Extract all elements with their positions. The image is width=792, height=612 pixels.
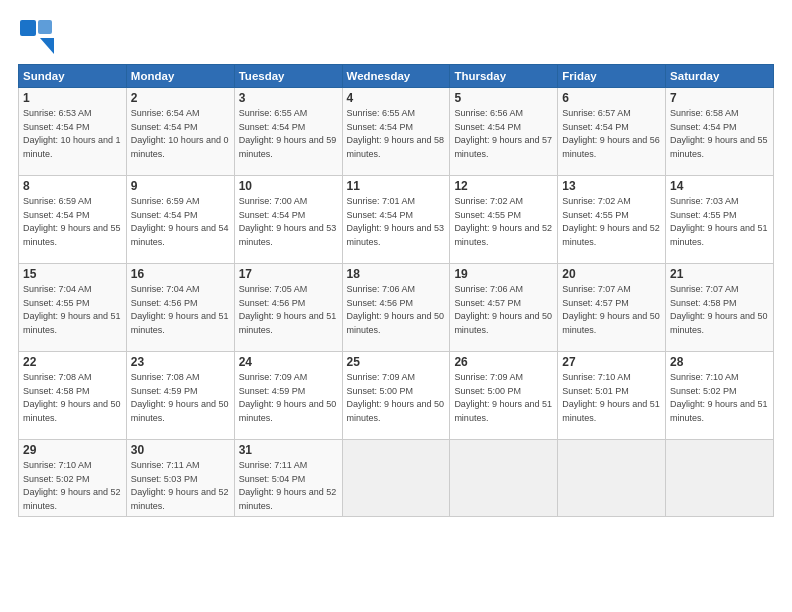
calendar-cell: 19Sunrise: 7:06 AMSunset: 4:57 PMDayligh… (450, 264, 558, 352)
calendar-cell (558, 440, 666, 517)
day-number: 22 (23, 355, 122, 369)
calendar-cell (666, 440, 774, 517)
calendar-cell: 15Sunrise: 7:04 AMSunset: 4:55 PMDayligh… (19, 264, 127, 352)
calendar-cell: 11Sunrise: 7:01 AMSunset: 4:54 PMDayligh… (342, 176, 450, 264)
day-number: 18 (347, 267, 446, 281)
day-number: 6 (562, 91, 661, 105)
day-number: 23 (131, 355, 230, 369)
day-info: Sunrise: 6:53 AMSunset: 4:54 PMDaylight:… (23, 107, 122, 161)
weekday-header: Monday (126, 65, 234, 88)
calendar-cell: 5Sunrise: 6:56 AMSunset: 4:54 PMDaylight… (450, 88, 558, 176)
day-info: Sunrise: 7:06 AMSunset: 4:57 PMDaylight:… (454, 283, 553, 337)
day-number: 30 (131, 443, 230, 457)
calendar-cell: 25Sunrise: 7:09 AMSunset: 5:00 PMDayligh… (342, 352, 450, 440)
weekday-header: Tuesday (234, 65, 342, 88)
calendar-cell: 13Sunrise: 7:02 AMSunset: 4:55 PMDayligh… (558, 176, 666, 264)
day-info: Sunrise: 7:09 AMSunset: 5:00 PMDaylight:… (454, 371, 553, 425)
day-info: Sunrise: 6:56 AMSunset: 4:54 PMDaylight:… (454, 107, 553, 161)
svg-marker-2 (40, 38, 54, 54)
calendar-cell: 3Sunrise: 6:55 AMSunset: 4:54 PMDaylight… (234, 88, 342, 176)
day-info: Sunrise: 7:02 AMSunset: 4:55 PMDaylight:… (562, 195, 661, 249)
day-number: 17 (239, 267, 338, 281)
logo (18, 18, 56, 54)
calendar-cell: 21Sunrise: 7:07 AMSunset: 4:58 PMDayligh… (666, 264, 774, 352)
day-number: 9 (131, 179, 230, 193)
day-info: Sunrise: 7:08 AMSunset: 4:58 PMDaylight:… (23, 371, 122, 425)
calendar-cell: 18Sunrise: 7:06 AMSunset: 4:56 PMDayligh… (342, 264, 450, 352)
day-number: 3 (239, 91, 338, 105)
calendar-week-row: 22Sunrise: 7:08 AMSunset: 4:58 PMDayligh… (19, 352, 774, 440)
calendar-cell (450, 440, 558, 517)
svg-rect-1 (38, 20, 52, 34)
calendar-cell: 7Sunrise: 6:58 AMSunset: 4:54 PMDaylight… (666, 88, 774, 176)
calendar-cell: 6Sunrise: 6:57 AMSunset: 4:54 PMDaylight… (558, 88, 666, 176)
day-info: Sunrise: 7:11 AMSunset: 5:03 PMDaylight:… (131, 459, 230, 513)
day-info: Sunrise: 6:55 AMSunset: 4:54 PMDaylight:… (347, 107, 446, 161)
calendar-cell: 9Sunrise: 6:59 AMSunset: 4:54 PMDaylight… (126, 176, 234, 264)
day-number: 31 (239, 443, 338, 457)
day-info: Sunrise: 6:59 AMSunset: 4:54 PMDaylight:… (23, 195, 122, 249)
day-info: Sunrise: 7:01 AMSunset: 4:54 PMDaylight:… (347, 195, 446, 249)
day-number: 16 (131, 267, 230, 281)
calendar-cell: 12Sunrise: 7:02 AMSunset: 4:55 PMDayligh… (450, 176, 558, 264)
header (18, 18, 774, 54)
day-info: Sunrise: 7:07 AMSunset: 4:58 PMDaylight:… (670, 283, 769, 337)
weekday-header: Wednesday (342, 65, 450, 88)
day-number: 13 (562, 179, 661, 193)
day-info: Sunrise: 7:06 AMSunset: 4:56 PMDaylight:… (347, 283, 446, 337)
calendar-cell: 28Sunrise: 7:10 AMSunset: 5:02 PMDayligh… (666, 352, 774, 440)
calendar-cell: 30Sunrise: 7:11 AMSunset: 5:03 PMDayligh… (126, 440, 234, 517)
calendar-cell: 1Sunrise: 6:53 AMSunset: 4:54 PMDaylight… (19, 88, 127, 176)
day-number: 15 (23, 267, 122, 281)
calendar-cell: 29Sunrise: 7:10 AMSunset: 5:02 PMDayligh… (19, 440, 127, 517)
day-number: 26 (454, 355, 553, 369)
weekday-header: Saturday (666, 65, 774, 88)
calendar-cell: 8Sunrise: 6:59 AMSunset: 4:54 PMDaylight… (19, 176, 127, 264)
day-number: 19 (454, 267, 553, 281)
calendar-cell: 20Sunrise: 7:07 AMSunset: 4:57 PMDayligh… (558, 264, 666, 352)
day-number: 12 (454, 179, 553, 193)
day-number: 4 (347, 91, 446, 105)
calendar-cell: 2Sunrise: 6:54 AMSunset: 4:54 PMDaylight… (126, 88, 234, 176)
day-info: Sunrise: 7:04 AMSunset: 4:56 PMDaylight:… (131, 283, 230, 337)
day-info: Sunrise: 6:55 AMSunset: 4:54 PMDaylight:… (239, 107, 338, 161)
day-info: Sunrise: 7:10 AMSunset: 5:01 PMDaylight:… (562, 371, 661, 425)
day-number: 29 (23, 443, 122, 457)
calendar-week-row: 8Sunrise: 6:59 AMSunset: 4:54 PMDaylight… (19, 176, 774, 264)
day-info: Sunrise: 6:54 AMSunset: 4:54 PMDaylight:… (131, 107, 230, 161)
weekday-header: Thursday (450, 65, 558, 88)
calendar-cell: 16Sunrise: 7:04 AMSunset: 4:56 PMDayligh… (126, 264, 234, 352)
day-info: Sunrise: 7:03 AMSunset: 4:55 PMDaylight:… (670, 195, 769, 249)
page: SundayMondayTuesdayWednesdayThursdayFrid… (0, 0, 792, 612)
svg-rect-0 (20, 20, 36, 36)
calendar-cell: 27Sunrise: 7:10 AMSunset: 5:01 PMDayligh… (558, 352, 666, 440)
day-info: Sunrise: 7:00 AMSunset: 4:54 PMDaylight:… (239, 195, 338, 249)
calendar-cell: 4Sunrise: 6:55 AMSunset: 4:54 PMDaylight… (342, 88, 450, 176)
day-info: Sunrise: 7:11 AMSunset: 5:04 PMDaylight:… (239, 459, 338, 513)
day-number: 20 (562, 267, 661, 281)
day-number: 1 (23, 91, 122, 105)
calendar-cell: 22Sunrise: 7:08 AMSunset: 4:58 PMDayligh… (19, 352, 127, 440)
day-number: 8 (23, 179, 122, 193)
weekday-header-row: SundayMondayTuesdayWednesdayThursdayFrid… (19, 65, 774, 88)
calendar-cell: 26Sunrise: 7:09 AMSunset: 5:00 PMDayligh… (450, 352, 558, 440)
day-info: Sunrise: 6:57 AMSunset: 4:54 PMDaylight:… (562, 107, 661, 161)
day-info: Sunrise: 7:04 AMSunset: 4:55 PMDaylight:… (23, 283, 122, 337)
calendar-cell: 23Sunrise: 7:08 AMSunset: 4:59 PMDayligh… (126, 352, 234, 440)
day-number: 28 (670, 355, 769, 369)
day-number: 27 (562, 355, 661, 369)
day-number: 21 (670, 267, 769, 281)
day-info: Sunrise: 7:09 AMSunset: 4:59 PMDaylight:… (239, 371, 338, 425)
day-info: Sunrise: 6:58 AMSunset: 4:54 PMDaylight:… (670, 107, 769, 161)
calendar-week-row: 29Sunrise: 7:10 AMSunset: 5:02 PMDayligh… (19, 440, 774, 517)
day-info: Sunrise: 6:59 AMSunset: 4:54 PMDaylight:… (131, 195, 230, 249)
day-info: Sunrise: 7:07 AMSunset: 4:57 PMDaylight:… (562, 283, 661, 337)
day-number: 7 (670, 91, 769, 105)
day-info: Sunrise: 7:10 AMSunset: 5:02 PMDaylight:… (670, 371, 769, 425)
calendar-cell: 17Sunrise: 7:05 AMSunset: 4:56 PMDayligh… (234, 264, 342, 352)
calendar-week-row: 15Sunrise: 7:04 AMSunset: 4:55 PMDayligh… (19, 264, 774, 352)
day-number: 14 (670, 179, 769, 193)
day-info: Sunrise: 7:10 AMSunset: 5:02 PMDaylight:… (23, 459, 122, 513)
calendar-week-row: 1Sunrise: 6:53 AMSunset: 4:54 PMDaylight… (19, 88, 774, 176)
calendar-cell: 31Sunrise: 7:11 AMSunset: 5:04 PMDayligh… (234, 440, 342, 517)
